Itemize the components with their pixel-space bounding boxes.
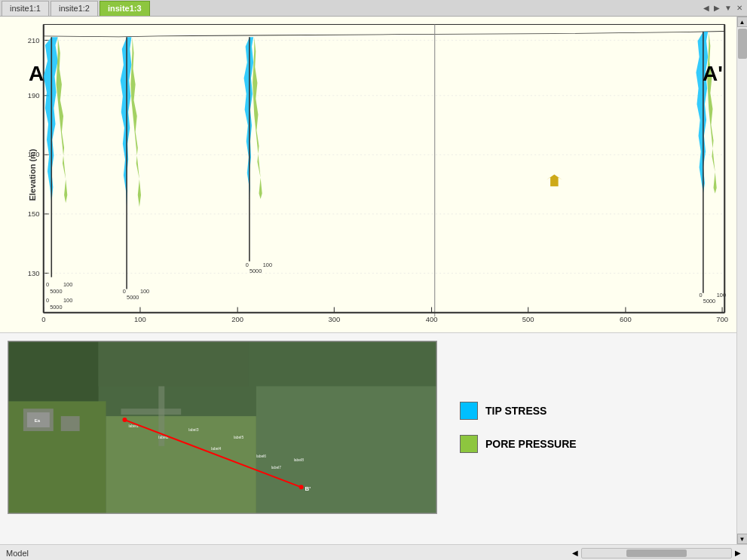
aerial-map: Ea label1 label2 label3 label4 label5 la… [8,341,436,513]
svg-text:100: 100 [134,315,146,323]
svg-text:100: 100 [63,297,72,304]
svg-rect-66 [8,401,106,513]
tab-insite1-2[interactable]: insite1:2 [51,1,98,16]
corner-a-label: A [29,62,44,86]
map-container: Ea label1 label2 label3 label4 label5 la… [8,341,437,514]
right-scrollbar: ▲ ▼ [736,17,747,544]
scroll-left-button[interactable]: ◀ [572,549,578,557]
bottom-area: Ea label1 label2 label3 label4 label5 la… [0,333,736,522]
svg-text:0: 0 [700,292,703,298]
svg-text:5000: 5000 [703,298,715,304]
horizontal-scrollbar[interactable] [581,548,732,558]
svg-marker-1 [44,32,724,313]
svg-point-86 [122,418,127,422]
svg-text:150: 150 [28,210,40,218]
svg-text:5000: 5000 [127,294,139,301]
svg-text:100: 100 [263,262,272,268]
scroll-thumb-vertical[interactable] [738,29,747,59]
center-content: A A' Elevation (m) 210 190 [0,17,736,544]
main-content: A A' Elevation (m) 210 190 [0,17,747,544]
svg-rect-69 [8,341,99,401]
model-label: Model [6,549,29,558]
tab-next-button[interactable]: ▶ [712,4,721,12]
svg-text:label7: label7 [271,466,282,470]
legend-label-pore-pressure: PORE PRESSURE [485,438,577,450]
svg-text:5000: 5000 [50,288,62,295]
legend-area: TIP STRESS PORE PRESSURE [445,333,736,522]
svg-text:5000: 5000 [250,268,262,274]
svg-point-87 [299,485,304,489]
tab-bar: insite1:1 insite1:2 insite1:3 ◀ ▶ ▼ ✕ [0,0,747,17]
svg-text:100: 100 [140,288,149,295]
legend-color-tip-stress [460,402,478,420]
svg-text:100: 100 [717,292,726,298]
svg-text:0: 0 [41,315,45,323]
svg-text:B': B' [305,485,311,492]
corner-a-prime-label: A' [703,62,723,86]
svg-text:300: 300 [328,315,340,323]
svg-text:130: 130 [28,269,40,277]
legend-label-tip-stress: TIP STRESS [485,405,546,417]
svg-text:label6: label6 [256,454,267,458]
scroll-right-button[interactable]: ▶ [735,549,741,557]
tab-insite1-1[interactable]: insite1:1 [2,1,49,16]
svg-text:5000: 5000 [50,304,62,311]
svg-rect-67 [106,416,256,513]
svg-rect-71 [121,409,181,415]
svg-text:Ea: Ea [35,418,41,423]
legend-item-pore-pressure: PORE PRESSURE [460,435,721,453]
y-axis-label: Elevation (m) [28,148,37,200]
svg-text:600: 600 [620,315,632,323]
svg-text:210: 210 [28,36,40,44]
svg-text:500: 500 [522,315,534,323]
tab-prev-button[interactable]: ◀ [702,4,711,12]
svg-text:label8: label8 [294,458,305,462]
svg-text:label5: label5 [234,436,244,439]
svg-text:label4: label4 [211,447,222,451]
scroll-down-button[interactable]: ▼ [737,534,748,544]
status-bar-right: ◀ ▶ [572,548,741,558]
svg-text:0: 0 [246,262,249,268]
legend-color-pore-pressure [460,435,478,453]
legend-item-tip-stress: TIP STRESS [460,402,721,420]
tab-navigation: ◀ ▶ ▼ ✕ [702,4,747,12]
tab-close-button[interactable]: ✕ [735,4,744,12]
svg-text:0: 0 [123,288,126,295]
tab-insite1-3[interactable]: insite1:3 [99,1,150,16]
tab-menu-button[interactable]: ▼ [723,4,733,12]
status-bar: Model ◀ ▶ [0,544,747,560]
svg-text:0: 0 [46,281,49,288]
scroll-up-button[interactable]: ▲ [737,17,748,27]
svg-text:190: 190 [28,91,40,99]
map-svg: Ea label1 label2 label3 label4 label5 la… [8,341,436,513]
scroll-track-vertical[interactable] [737,27,748,534]
chart-svg: 210 190 170 150 130 [0,17,736,332]
svg-rect-68 [256,386,436,513]
svg-text:700: 700 [716,315,728,323]
svg-rect-75 [61,416,80,431]
svg-text:100: 100 [63,281,72,288]
svg-rect-70 [99,341,249,386]
svg-text:label3: label3 [188,428,199,432]
svg-text:200: 200 [231,315,243,323]
svg-text:0: 0 [46,297,49,304]
horizontal-scrollbar-thumb[interactable] [626,549,686,557]
cross-section-panel[interactable]: A A' Elevation (m) 210 190 [0,17,736,333]
svg-text:400: 400 [426,315,438,323]
